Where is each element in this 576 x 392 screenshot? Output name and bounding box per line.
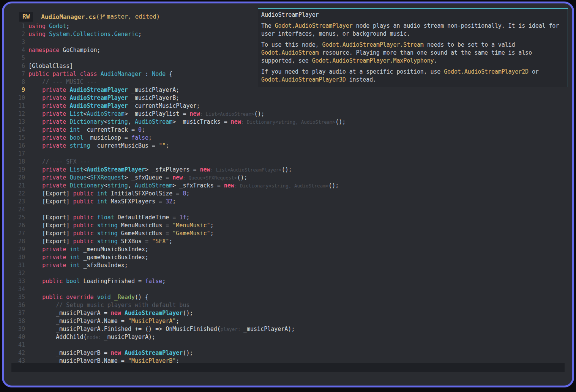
token-pl: GoChampion; <box>59 47 100 54</box>
token-pl: _musicPlayerA; <box>128 87 179 93</box>
token-num: 1f <box>179 214 186 221</box>
code-line-9[interactable]: 9 private AudioStreamPlayer _musicPlayer… <box>4 86 572 94</box>
code-line-39[interactable]: 39 _musicPlayerA.Finished += () => OnMus… <box>4 325 572 333</box>
code-text: private AudioStreamPlayer _currentMusicP… <box>28 102 200 110</box>
token-pl: [Export] <box>28 214 73 221</box>
code-line-25[interactable]: 25 [Export] public float DefaultFadeTime… <box>4 214 572 222</box>
token-pl: _musicPlayerA.Finished += () => OnMusicF… <box>28 326 221 332</box>
code-line-18[interactable]: 18 // --- SFX --- <box>4 158 572 166</box>
code-line-36[interactable]: 36 // Setup music players with default b… <box>4 301 572 309</box>
token-ty: List <box>69 166 83 173</box>
code-line-33[interactable]: 33 public bool LoadingFinished = false; <box>4 277 572 285</box>
token-kw: private <box>42 118 66 125</box>
token-kw: private <box>42 262 66 269</box>
token-pop: If you need to play audio at a specific … <box>261 68 444 75</box>
token-pl: () { <box>135 294 148 301</box>
code-line-30[interactable]: 30 private int _gameMusicBusIndex; <box>4 253 572 261</box>
code-line-37[interactable]: 37 _musicPlayerA = new AudioStreamPlayer… <box>4 309 572 317</box>
line-number: 28 <box>4 238 25 246</box>
popup-paragraph: The Godot.AudioStreamPlayer node plays a… <box>261 22 565 38</box>
line-number: 16 <box>4 142 25 150</box>
code-line-16[interactable]: 16 private string _currentMusicBus = ""; <box>4 142 572 150</box>
line-number: 15 <box>4 134 25 142</box>
token-pl: [Export] <box>28 230 73 237</box>
code-line-24[interactable]: 24 <box>4 206 572 214</box>
token-kw: private <box>42 126 66 133</box>
token-pl: < <box>84 110 87 117</box>
token-pl: ; <box>186 214 189 221</box>
token-ty: Dictionary <box>69 182 104 189</box>
code-line-38[interactable]: 38 _musicPlayerA.Name = "MusicPlayerA"; <box>4 317 572 325</box>
token-pl: { <box>166 71 172 77</box>
code-text: public partial class AudioManager : Node… <box>28 70 172 78</box>
token-pl <box>94 294 97 301</box>
code-text: private Dictionary<string, AudioStream> … <box>28 182 339 190</box>
token-pl: _sfxBusIndex; <box>80 262 128 269</box>
code-line-21[interactable]: 21 private Dictionary<string, AudioStrea… <box>4 182 572 190</box>
line-number: 9 <box>4 86 25 94</box>
code-line-28[interactable]: 28 [Export] public string SFXBus = "SFX"… <box>4 238 572 246</box>
token-pl: (); <box>237 174 247 181</box>
line-number: 4 <box>4 46 25 54</box>
token-pl: (); <box>282 166 292 173</box>
token-str: "MusicPlayerA" <box>128 318 176 324</box>
token-kw: public partial class <box>28 71 97 77</box>
code-line-42[interactable]: 42 _musicPlayerB = new AudioStreamPlayer… <box>4 349 572 357</box>
token-pl <box>28 294 42 301</box>
token-pop: or <box>529 68 539 75</box>
code-line-23[interactable]: 23 [Export] public int MaxSFXPlayers = 3… <box>4 198 572 206</box>
token-kw: private <box>42 134 66 141</box>
code-line-26[interactable]: 26 [Export] public string MenuMusicBus =… <box>4 222 572 230</box>
token-num: 0 <box>138 126 142 133</box>
code-line-11[interactable]: 11 private AudioStreamPlayer _currentMus… <box>4 102 572 110</box>
token-kwb: new <box>189 110 200 117</box>
token-kwb: new <box>231 118 241 125</box>
buffer-status-badge: RW <box>19 12 33 22</box>
token-yl: Godot.AudioStreamPlayer2D <box>444 68 529 75</box>
code-text: private Queue<SFXRequest> _sfxQueue = ne… <box>28 174 248 182</box>
code-line-22[interactable]: 22 [Export] public int InitialSFXPoolSiz… <box>4 190 572 198</box>
code-line-15[interactable]: 15 private bool _musicLoop = false; <box>4 134 572 142</box>
line-number: 31 <box>4 261 25 269</box>
token-pl <box>111 294 114 301</box>
code-text: AddChild(node: _musicPlayerA); <box>28 333 155 341</box>
code-line-34[interactable]: 34 <box>4 285 572 293</box>
token-pl: MaxSFXPlayers = <box>107 198 166 205</box>
token-pl <box>28 126 42 133</box>
line-number: 1 <box>4 22 25 30</box>
token-str: "" <box>159 142 166 149</box>
line-number: 17 <box>4 150 25 158</box>
token-tyb: AudioStreamPlayer <box>87 166 145 173</box>
code-line-35[interactable]: 35 public override void _Ready() { <box>4 293 572 301</box>
token-kw: private <box>42 102 66 109</box>
code-line-32[interactable]: 32 <box>4 269 572 277</box>
code-line-41[interactable]: 41 <box>4 341 572 349</box>
code-line-40[interactable]: 40 AddChild(node: _musicPlayerA); <box>4 333 572 341</box>
line-number: 19 <box>4 166 25 174</box>
code-line-19[interactable]: 19 private List<AudioStreamPlayer> _sfxP… <box>4 166 572 174</box>
token-kw: private <box>42 174 66 181</box>
token-pl: > _sfxPlayers = <box>145 166 200 173</box>
token-kwb: new <box>172 174 183 181</box>
token-pop: needs to be set to a valid <box>424 41 515 48</box>
code-line-10[interactable]: 10 private AudioStreamPlayer _musicPlaye… <box>4 94 572 102</box>
token-pl <box>63 278 66 285</box>
modeline[interactable]: -:--- AudioManager.cs Top L9 Git:master … <box>11 363 565 372</box>
token-ty: int <box>69 246 80 253</box>
token-pl: ; <box>210 222 214 229</box>
code-line-31[interactable]: 31 private int _sfxBusIndex; <box>4 261 572 269</box>
code-line-12[interactable]: 12 private List<AudioStream> _musicPlayl… <box>4 110 572 118</box>
token-pl <box>94 222 97 229</box>
code-line-14[interactable]: 14 private int _currentTrack = 0; <box>4 126 572 134</box>
token-pl: _musicPlayerA); <box>243 326 295 332</box>
code-line-29[interactable]: 29 private int _menuMusicBusIndex; <box>4 246 572 253</box>
code-line-17[interactable]: 17 <box>4 150 572 158</box>
code-line-13[interactable]: 13 private Dictionary<string, AudioStrea… <box>4 118 572 126</box>
token-hint: : List<AudioStream> <box>200 111 254 117</box>
token-pl: ; <box>166 142 169 149</box>
token-hint: : Dictionary<string, AudioStream> <box>241 119 335 125</box>
code-line-27[interactable]: 27 [Export] public string GameMusicBus =… <box>4 230 572 238</box>
token-kw: public <box>73 230 93 237</box>
token-ty: string <box>97 230 118 237</box>
code-line-20[interactable]: 20 private Queue<SFXRequest> _sfxQueue =… <box>4 174 572 182</box>
